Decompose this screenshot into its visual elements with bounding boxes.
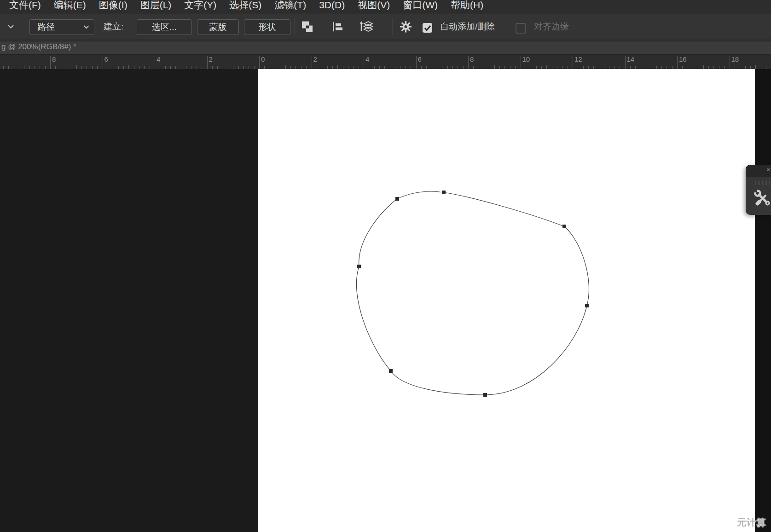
make-button[interactable]: 形状 [244, 19, 290, 35]
make-label: 建立: [104, 21, 123, 33]
ruler-major-tick [625, 56, 626, 69]
ruler-tick-label: 8 [470, 55, 474, 63]
path-arrangement-icon[interactable] [359, 21, 374, 32]
menu-item[interactable]: 滤镜(T) [274, 0, 306, 13]
ruler-major-tick [468, 56, 469, 69]
ruler-minor-tick [599, 65, 599, 69]
separator [392, 18, 393, 35]
path-alignment-icon[interactable] [333, 22, 342, 31]
ruler-minor-tick [651, 65, 651, 69]
ruler-minor-tick [494, 65, 495, 69]
ruler-major-tick [155, 56, 155, 69]
ruler-major-tick [416, 56, 417, 69]
ruler-tick-label: 8 [52, 55, 56, 63]
ruler-minor-tick [337, 65, 338, 69]
ruler-tick-label: 14 [627, 55, 635, 63]
ruler-tick-label: 16 [679, 55, 687, 63]
pasteboard [0, 69, 258, 532]
ruler-major-tick [364, 56, 364, 69]
ruler-major-tick [730, 56, 730, 69]
ruler-minor-tick [181, 65, 181, 69]
options-bar: 路径 建立: 选区...蒙版形状 [0, 14, 771, 39]
tool-preset-chevron-down-icon[interactable] [7, 24, 14, 29]
ruler-major-tick [521, 56, 521, 69]
ruler-minor-tick [546, 65, 547, 69]
make-button[interactable]: 蒙版 [197, 19, 239, 35]
ruler-tick-label: 10 [522, 55, 530, 63]
ruler-major-tick [573, 56, 573, 69]
menu-item[interactable]: 图层(L) [140, 0, 172, 13]
ruler-tick-label: 2 [209, 55, 213, 63]
menu-item[interactable]: 视图(V) [358, 0, 390, 13]
ruler-tick-label: 0 [261, 55, 265, 63]
ruler-major-tick [259, 56, 260, 69]
ruler-major-tick [677, 56, 678, 69]
ruler-tick-label: 2 [313, 55, 317, 63]
document-tab-bar: g @ 200%(RGB/8#) * [0, 39, 771, 54]
tool-mode-dropdown[interactable]: 路径 [29, 19, 94, 35]
menu-item[interactable]: 窗口(W) [403, 0, 438, 13]
ruler-minor-tick [703, 65, 704, 69]
horizontal-ruler[interactable]: 8642024681012141618 [0, 54, 771, 69]
workspace [0, 69, 771, 532]
ruler-major-tick [50, 56, 51, 69]
separator [294, 18, 295, 35]
menu-item[interactable]: 文件(F) [9, 0, 41, 13]
menu-item[interactable]: 3D(D) [319, 0, 345, 13]
side-flyout-panel[interactable]: ✕ [746, 165, 771, 215]
ruler-minor-tick [755, 65, 756, 69]
ruler-minor-tick [390, 65, 390, 69]
menu-item[interactable]: 帮助(H) [451, 0, 483, 13]
menu-item[interactable]: 文字(Y) [184, 0, 216, 13]
ruler-minor-tick [442, 65, 442, 69]
path-operations-icon[interactable] [301, 21, 313, 32]
tool-mode-value: 路径 [37, 21, 55, 33]
make-button[interactable]: 选区... [137, 19, 192, 35]
menu-item[interactable]: 选择(S) [229, 0, 261, 13]
chevron-down-icon [83, 25, 89, 29]
ruler-minor-tick [285, 65, 286, 69]
document-tab[interactable]: g @ 200%(RGB/8#) * [1, 42, 76, 52]
ruler-tick-label: 12 [574, 55, 582, 63]
separator [23, 18, 24, 35]
ruler-minor-tick [76, 65, 77, 69]
right-edge-strip [755, 69, 771, 532]
ruler-major-tick [312, 56, 312, 69]
ruler-minor-tick [233, 65, 233, 69]
gear-icon[interactable] [400, 20, 412, 33]
ruler-tick-label: 4 [365, 55, 369, 63]
wrench-screwdriver-icon[interactable] [754, 189, 771, 208]
close-icon[interactable]: ✕ [766, 168, 771, 173]
ruler-minor-tick [128, 65, 129, 69]
ruler-tick-label: 6 [104, 55, 108, 63]
side-panel-header[interactable]: ✕ [746, 165, 771, 177]
check-icon [424, 25, 431, 31]
menu-item[interactable]: 图像(I) [99, 0, 128, 13]
watermark: 元计算 [737, 516, 766, 529]
ruler-tick-label: 18 [731, 55, 739, 63]
ruler-major-tick [103, 56, 103, 69]
align-edges-label: 对齐边缘 [534, 21, 569, 33]
auto-add-delete-label: 自动添加/删除 [440, 21, 495, 33]
menu-bar: 文件(F)编辑(E)图像(I)图层(L)文字(Y)选择(S)滤镜(T)3D(D)… [0, 0, 771, 14]
ruler-tick-label: 4 [157, 55, 160, 63]
align-edges-checkbox[interactable] [516, 23, 526, 34]
ruler-major-tick [207, 56, 208, 69]
auto-add-delete-checkbox[interactable] [423, 23, 432, 33]
document-canvas[interactable] [258, 69, 755, 532]
ruler-tick-label: 6 [418, 55, 422, 63]
menu-item[interactable]: 编辑(E) [54, 0, 86, 13]
ruler-minor-tick [24, 65, 24, 69]
grip-texture [755, 181, 771, 185]
